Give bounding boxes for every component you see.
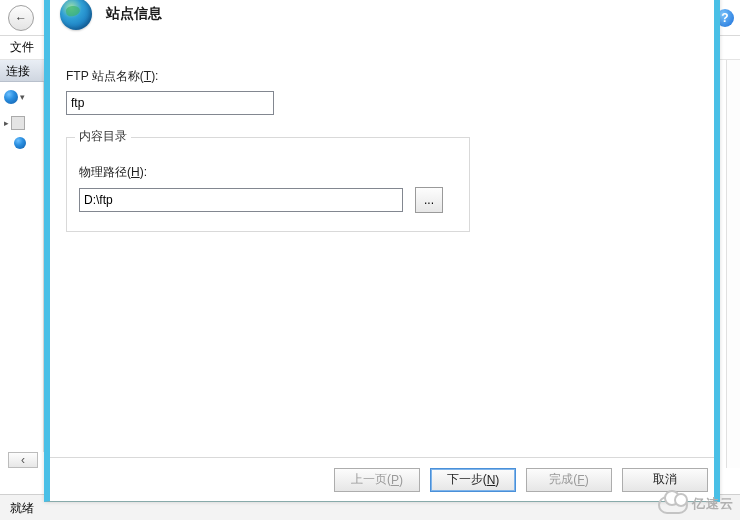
ellipsis-icon: ...: [424, 193, 434, 207]
connections-tree: ▾ ▸: [0, 82, 44, 452]
tree-server-node[interactable]: ▸: [4, 114, 39, 132]
physical-path-input[interactable]: [79, 188, 403, 212]
next-button[interactable]: 下一步(N): [430, 468, 516, 492]
expand-icon: ▸: [4, 118, 9, 128]
content-directory-group: 内容目录 物理路径(H): ...: [66, 137, 470, 232]
help-icon: ?: [721, 11, 728, 25]
status-text: 就绪: [10, 501, 34, 515]
menu-file[interactable]: 文件: [10, 39, 34, 56]
tree-start-page[interactable]: ▾: [4, 88, 39, 106]
server-icon: [11, 116, 25, 130]
dropdown-icon: ▾: [20, 92, 25, 102]
wizard-body: FTP 站点名称(T): 内容目录 物理路径(H): ...: [50, 34, 714, 232]
site-name-input[interactable]: [66, 91, 274, 115]
physical-path-row: ...: [79, 187, 457, 213]
wizard-header: 站点信息: [50, 0, 714, 34]
previous-button: 上一页(P): [334, 468, 420, 492]
browse-button[interactable]: ...: [415, 187, 443, 213]
content-directory-legend: 内容目录: [75, 128, 131, 145]
add-ftp-site-wizard: 站点信息 FTP 站点名称(T): 内容目录 物理路径(H): ... 上一页(…: [44, 0, 720, 502]
chevron-left-icon: ‹: [21, 453, 25, 467]
globe-icon: [4, 90, 18, 104]
back-button[interactable]: ←: [8, 5, 34, 31]
actions-pane-edge: [726, 60, 740, 468]
wizard-title: 站点信息: [106, 5, 162, 23]
site-icon: [14, 137, 26, 149]
physical-path-label: 物理路径(H):: [79, 164, 457, 181]
back-arrow-icon: ←: [15, 11, 27, 25]
globe-icon: [60, 0, 92, 30]
horizontal-scroll-left[interactable]: ‹: [8, 452, 38, 468]
wizard-footer: 上一页(P) 下一步(N) 完成(F) 取消: [50, 457, 714, 501]
site-name-field: FTP 站点名称(T):: [66, 68, 698, 115]
tree-sites-node[interactable]: [14, 134, 39, 152]
site-name-label: FTP 站点名称(T):: [66, 68, 698, 85]
connections-panel-header: 连接: [0, 60, 44, 82]
cancel-button[interactable]: 取消: [622, 468, 708, 492]
finish-button: 完成(F): [526, 468, 612, 492]
